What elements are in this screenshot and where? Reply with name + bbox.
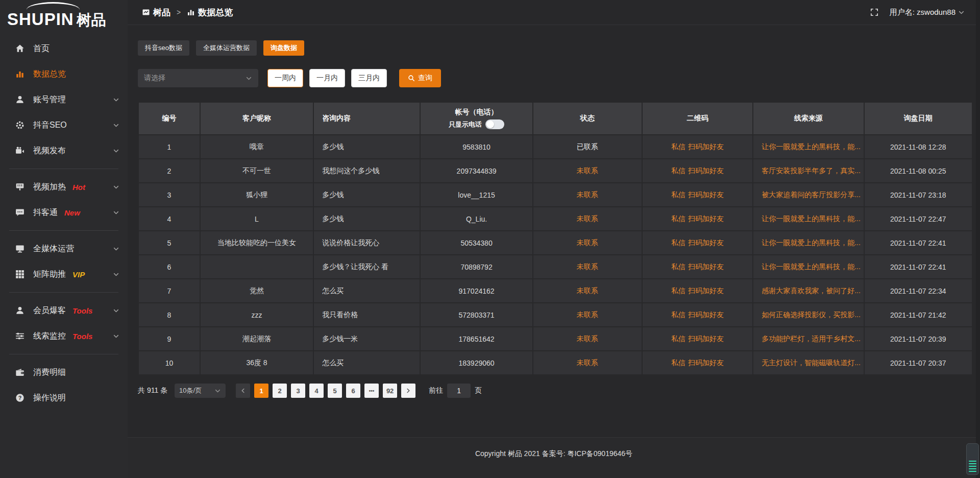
page-ellipsis[interactable]: •••	[364, 384, 379, 398]
page-button-3[interactable]: 3	[291, 384, 305, 398]
status-badge: 未联系	[533, 183, 642, 207]
qr-private-message-link[interactable]: 私信	[671, 286, 685, 295]
qr-scan-add-friend-link[interactable]: 扫码加好友	[688, 166, 724, 175]
time-filter-2[interactable]: 三月内	[351, 69, 387, 87]
breadcrumb-root[interactable]: 树品	[153, 7, 170, 18]
filter-bar: 请选择 一周内一月内三月内 查询	[138, 69, 973, 87]
sidebar-item-data-overview[interactable]: 数据总览	[0, 61, 128, 87]
menu-divider	[9, 354, 118, 354]
sidebar-item-douyin-seo[interactable]: 抖音SEO	[0, 112, 128, 138]
logo[interactable]: SHUPIN 树品	[0, 0, 128, 33]
fullscreen-icon[interactable]	[870, 8, 878, 16]
inquiry-date: 2021-11-07 23:18	[864, 183, 972, 207]
sidebar-item-label: 矩阵助推	[33, 269, 66, 280]
row-number: 1	[138, 135, 200, 159]
sidebar-item-douketong[interactable]: 抖客通New	[0, 200, 128, 225]
qr-cell: 私信扫码加好友	[642, 279, 753, 303]
qr-private-message-link[interactable]: 私信	[671, 142, 685, 151]
qr-scan-add-friend-link[interactable]: 扫码加好友	[688, 214, 724, 223]
page-button-92[interactable]: 92	[383, 384, 397, 398]
qr-private-message-link[interactable]: 私信	[671, 358, 685, 367]
lead-source-link[interactable]: 让你一眼就爱上的黑科技，能...	[753, 207, 864, 231]
lead-source-link[interactable]: 让你一眼就爱上的黑科技，能...	[753, 231, 864, 255]
qr-scan-add-friend-link[interactable]: 扫码加好友	[688, 190, 724, 199]
account-value: 9583810	[420, 135, 533, 159]
time-filter-1[interactable]: 一月内	[309, 69, 345, 87]
widget-bar	[969, 461, 976, 462]
lead-source-link[interactable]: 被大家追着问的客厅投影分享...	[753, 183, 864, 207]
account-value: 178651642	[420, 327, 533, 351]
sidebar-item-video-publish[interactable]: 视频发布	[0, 138, 128, 163]
inquiry-date: 2021-11-07 22:41	[864, 231, 972, 255]
qr-cell: 私信扫码加好友	[642, 255, 753, 279]
page-button-6[interactable]: 6	[346, 384, 360, 398]
row-number: 9	[138, 327, 200, 351]
sidebar-item-member-baoke[interactable]: 会员爆客Tools	[0, 298, 128, 323]
qr-scan-add-friend-link[interactable]: 扫码加好友	[688, 286, 724, 295]
scrollbar-track[interactable]	[976, 0, 980, 478]
page-button-4[interactable]: 4	[309, 384, 324, 398]
chevron-down-icon	[113, 209, 119, 216]
query-button-label: 查询	[418, 74, 432, 83]
goto-page-input[interactable]	[447, 384, 471, 398]
qr-private-message-link[interactable]: 私信	[671, 190, 685, 199]
status-badge: 未联系	[533, 207, 642, 231]
table-header-row: 编号客户昵称咨询内容帐号（电话）只显示电话状态二维码线索来源询盘日期	[138, 102, 972, 135]
page-button-5[interactable]: 5	[328, 384, 342, 398]
qr-private-message-link[interactable]: 私信	[671, 310, 685, 319]
phone-only-row: 只显示电话	[449, 119, 504, 129]
query-button[interactable]: 查询	[399, 69, 441, 87]
qr-scan-add-friend-link[interactable]: 扫码加好友	[688, 238, 724, 247]
sidebar-item-consumption-detail[interactable]: 消费明细	[0, 360, 128, 385]
sidebar-item-label: 视频发布	[33, 146, 66, 156]
filter-select[interactable]: 请选择	[138, 69, 258, 87]
bar-chart-icon	[187, 8, 195, 16]
sidebar-item-lead-monitor[interactable]: 线索监控Tools	[0, 323, 128, 349]
username-menu[interactable]: 用户名: zswodun88	[890, 8, 965, 17]
tab-douyin-seo-data[interactable]: 抖音seo数据	[138, 40, 189, 56]
inquiry-table: 编号客户昵称咨询内容帐号（电话）只显示电话状态二维码线索来源询盘日期 1哦章多少…	[138, 102, 973, 375]
page-button-2[interactable]: 2	[273, 384, 287, 398]
qr-scan-add-friend-link[interactable]: 扫码加好友	[688, 334, 724, 343]
sidebar-item-media-operation[interactable]: 全媒体运营	[0, 236, 128, 261]
tab-media-operation-data[interactable]: 全媒体运营数据	[196, 40, 257, 56]
lead-source-link[interactable]: 多功能护栏灯，适用于乡村文...	[753, 327, 864, 351]
col-header-6: 线索来源	[753, 102, 864, 135]
prev-page-button[interactable]	[236, 384, 250, 398]
lead-source-link[interactable]: 客厅安装投影半年多了，真实...	[753, 159, 864, 183]
sidebar-item-matrix-boost[interactable]: 矩阵助推VIP	[0, 261, 128, 287]
lead-source-link[interactable]: 让你一眼就爱上的黑科技，能...	[753, 255, 864, 279]
sidebar-item-label: 消费明细	[33, 367, 66, 378]
qr-scan-add-friend-link[interactable]: 扫码加好友	[688, 142, 724, 151]
next-page-button[interactable]	[401, 384, 415, 398]
logo-text-en: SHUPIN	[7, 11, 74, 28]
tab-inquiry-data[interactable]: 询盘数据	[263, 40, 304, 56]
qr-private-message-link[interactable]: 私信	[671, 166, 685, 175]
sidebar-item-label: 视频加热	[33, 182, 66, 193]
qr-scan-add-friend-link[interactable]: 扫码加好友	[688, 262, 724, 271]
sidebar-item-home[interactable]: 首页	[0, 36, 128, 61]
page-size-select[interactable]: 10条/页	[175, 384, 226, 398]
qr-scan-add-friend-link[interactable]: 扫码加好友	[688, 358, 724, 367]
lead-source-link[interactable]: 感谢大家喜欢我家，被问了好...	[753, 279, 864, 303]
phone-only-toggle[interactable]	[485, 119, 504, 129]
sidebar-item-operation-guide[interactable]: ?操作说明	[0, 385, 128, 411]
lead-source-link[interactable]: 如何正确选择投影仪，买投影...	[753, 303, 864, 327]
qr-private-message-link[interactable]: 私信	[671, 262, 685, 271]
page-button-1[interactable]: 1	[254, 384, 268, 398]
qr-scan-add-friend-link[interactable]: 扫码加好友	[688, 310, 724, 319]
lead-source-link[interactable]: 让你一眼就爱上的黑科技，能...	[753, 135, 864, 159]
chevron-down-icon	[113, 246, 119, 252]
qr-private-message-link[interactable]: 私信	[671, 334, 685, 343]
lead-source-link[interactable]: 无主灯设计，智能磁吸轨道灯...	[753, 351, 864, 375]
footer: Copyright 树品 2021 备案号: 粤ICP备09019646号	[128, 437, 980, 478]
time-filter-0[interactable]: 一周内	[267, 69, 303, 87]
qr-private-message-link[interactable]: 私信	[671, 214, 685, 223]
sidebar-item-account-management[interactable]: 账号管理	[0, 87, 128, 112]
toggle-knob	[486, 121, 494, 128]
floating-widget[interactable]	[966, 443, 979, 475]
sidebar-item-video-heat[interactable]: 视频加热Hot	[0, 174, 128, 200]
qr-private-message-link[interactable]: 私信	[671, 238, 685, 247]
chevron-down-icon	[113, 97, 119, 103]
inquiry-content: 多少钱一米	[313, 327, 420, 351]
